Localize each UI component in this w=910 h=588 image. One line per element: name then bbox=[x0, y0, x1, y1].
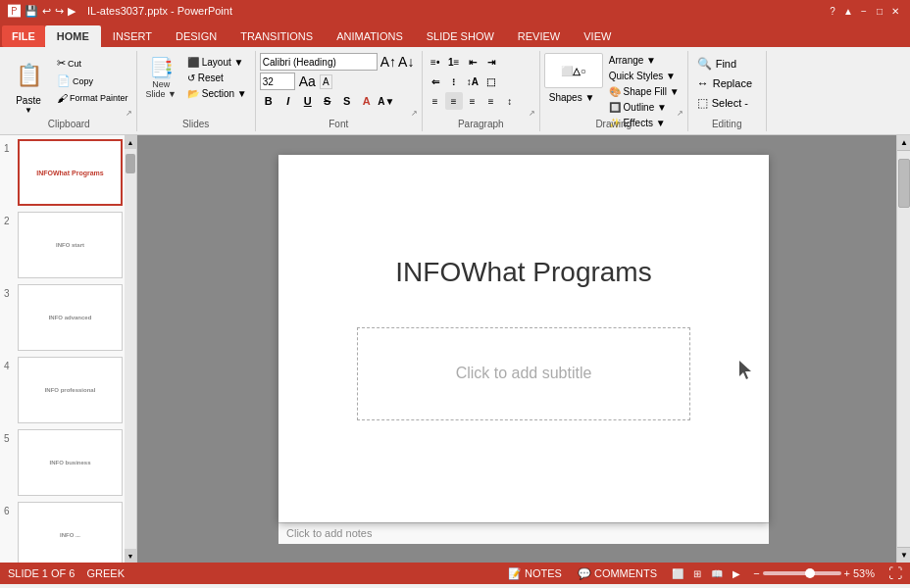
scroll-down-btn[interactable]: ▼ bbox=[897, 547, 910, 563]
text-direction-btn[interactable]: ↕A bbox=[464, 73, 481, 90]
quick-styles-button[interactable]: Quick Styles ▼ bbox=[605, 69, 683, 83]
font-color-btn[interactable]: A bbox=[358, 92, 376, 110]
font-size-select[interactable] bbox=[260, 73, 295, 90]
help-btn[interactable]: ? bbox=[826, 4, 839, 18]
tab-design[interactable]: DESIGN bbox=[164, 25, 228, 47]
zoom-in-btn[interactable]: + bbox=[844, 567, 850, 579]
panel-scrollbar[interactable]: ▲ ▼ bbox=[125, 135, 136, 563]
shape-outline-btn[interactable]: 🔲 Outline ▼ bbox=[605, 100, 683, 115]
maximize-btn[interactable]: □ bbox=[873, 4, 886, 18]
bullets-btn[interactable]: ≡• bbox=[427, 53, 444, 71]
highlight-btn[interactable]: A▼ bbox=[378, 92, 395, 110]
slide-item-3[interactable]: 3 INFO advanced bbox=[4, 284, 123, 351]
italic-btn[interactable]: I bbox=[279, 92, 297, 110]
tab-home[interactable]: HOME bbox=[45, 25, 101, 47]
cut-button[interactable]: ✂Cut bbox=[53, 55, 132, 72]
panel-scroll-up[interactable]: ▲ bbox=[125, 135, 136, 149]
align-center-btn[interactable]: ≡ bbox=[445, 92, 463, 110]
slide-thumb-2[interactable]: INFO start bbox=[18, 212, 123, 278]
zoom-percent[interactable]: 53% bbox=[853, 567, 881, 579]
tab-insert[interactable]: INSERT bbox=[101, 25, 164, 47]
slideshow-btn[interactable]: ▶ bbox=[728, 564, 745, 582]
quick-access-pres[interactable]: ▶ bbox=[68, 5, 76, 18]
tab-review[interactable]: REVIEW bbox=[506, 25, 572, 47]
quick-access-redo[interactable]: ↪ bbox=[55, 5, 64, 18]
columns-btn[interactable]: ⫶ bbox=[445, 73, 463, 90]
minimize-btn[interactable]: − bbox=[857, 4, 871, 18]
slide-thumb-6[interactable]: INFO ... bbox=[18, 502, 123, 563]
slide-title[interactable]: INFOWhat Programs bbox=[395, 257, 651, 288]
clipboard-expand[interactable]: ↗ bbox=[125, 108, 134, 118]
quick-access-undo[interactable]: ↩ bbox=[42, 5, 51, 18]
tab-file[interactable]: FILE bbox=[2, 25, 45, 47]
shapes-palette[interactable]: ⬜△○ bbox=[544, 53, 603, 88]
replace-button[interactable]: ↔ Replace bbox=[692, 74, 762, 92]
shape-fill-btn[interactable]: 🎨 Shape Fill ▼ bbox=[605, 84, 683, 99]
shapes-button[interactable]: Shapes ▼ bbox=[544, 89, 600, 106]
slide-item-2[interactable]: 2 INFO start bbox=[4, 212, 123, 278]
slide-thumb-5[interactable]: INFO business bbox=[18, 429, 123, 496]
quick-access-save[interactable]: 💾 bbox=[25, 5, 38, 18]
tab-animations[interactable]: ANIMATIONS bbox=[325, 25, 415, 47]
numbering-btn[interactable]: 1≡ bbox=[445, 53, 463, 71]
shrink-font-btn[interactable]: A↓ bbox=[398, 54, 414, 70]
clear-format-btn[interactable]: Aa bbox=[299, 74, 316, 89]
find-button[interactable]: 🔍 Find bbox=[692, 55, 762, 73]
increase-indent-btn[interactable]: ⇥ bbox=[482, 53, 500, 71]
canvas-scrollbar[interactable]: ▲ ▼ bbox=[896, 135, 910, 563]
select-button[interactable]: ⬚ Select - bbox=[692, 94, 762, 112]
slide-item-4[interactable]: 4 INFO professional bbox=[4, 357, 123, 423]
comments-btn[interactable]: 💬 COMMENTS bbox=[574, 566, 661, 581]
align-right-btn[interactable]: ≡ bbox=[464, 92, 481, 110]
panel-scroll-down[interactable]: ▼ bbox=[125, 549, 136, 563]
paragraph-expand[interactable]: ↗ bbox=[528, 108, 537, 118]
line-spacing-btn[interactable]: ↕ bbox=[501, 92, 519, 110]
section-button[interactable]: 📂 Section ▼ bbox=[183, 86, 251, 101]
notes-icon: 📝 bbox=[508, 567, 522, 580]
copy-button[interactable]: 📄Copy bbox=[53, 73, 132, 89]
slide-thumb-3[interactable]: INFO advanced bbox=[18, 284, 123, 351]
format-painter-button[interactable]: 🖌Format Painter bbox=[53, 90, 132, 106]
slide-item-6[interactable]: 6 INFO ... bbox=[4, 502, 123, 563]
reset-button[interactable]: ↺ Reset bbox=[183, 71, 251, 85]
align-left-btn[interactable]: ≡ bbox=[427, 92, 444, 110]
slide-item-1[interactable]: 1 INFOWhat Programs bbox=[4, 139, 123, 206]
tab-transitions[interactable]: TRANSITIONS bbox=[228, 25, 325, 47]
underline-btn[interactable]: U bbox=[299, 92, 317, 110]
justify-btn[interactable]: ≡ bbox=[482, 92, 500, 110]
notes-bar[interactable]: Click to add notes bbox=[278, 522, 769, 544]
font-family-select[interactable] bbox=[260, 53, 378, 71]
char-spacing-btn[interactable]: A bbox=[320, 74, 332, 89]
slide-sorter-btn[interactable]: ⊞ bbox=[688, 564, 706, 582]
slide-item-5[interactable]: 5 INFO business bbox=[4, 429, 123, 496]
decrease-indent-btn[interactable]: ⇤ bbox=[464, 53, 481, 71]
notes-btn[interactable]: 📝 NOTES bbox=[504, 566, 566, 581]
drawing-expand[interactable]: ↗ bbox=[676, 108, 685, 118]
tab-view[interactable]: VIEW bbox=[572, 25, 623, 47]
subtitle-textbox[interactable]: Click to add subtitle bbox=[357, 327, 690, 420]
slide-number-5: 5 bbox=[4, 433, 14, 444]
close-btn[interactable]: ✕ bbox=[888, 4, 902, 18]
zoom-slider-thumb bbox=[805, 568, 815, 578]
bold-btn[interactable]: B bbox=[260, 92, 278, 110]
rtl-btn[interactable]: ⇐ bbox=[427, 73, 444, 90]
fit-slide-btn[interactable]: ⛶ bbox=[888, 565, 902, 581]
new-slide-button[interactable]: 📑 New Slide ▼ bbox=[141, 53, 181, 102]
font-expand[interactable]: ↗ bbox=[410, 108, 420, 118]
slide-thumb-4[interactable]: INFO professional bbox=[18, 357, 123, 423]
scroll-up-btn[interactable]: ▲ bbox=[897, 135, 910, 151]
slide-thumb-1[interactable]: INFOWhat Programs bbox=[18, 139, 123, 206]
zoom-slider[interactable] bbox=[763, 571, 841, 575]
tab-slideshow[interactable]: SLIDE SHOW bbox=[415, 25, 506, 47]
strikethrough-btn[interactable]: S bbox=[319, 92, 336, 110]
zoom-out-btn[interactable]: − bbox=[753, 567, 759, 579]
grow-font-btn[interactable]: A↑ bbox=[380, 54, 396, 70]
normal-view-btn[interactable]: ⬜ bbox=[669, 564, 686, 582]
slide-number-4: 4 bbox=[4, 361, 14, 371]
layout-button[interactable]: ⬛ Layout ▼ bbox=[183, 55, 251, 70]
ribbon-collapse-btn[interactable]: ▲ bbox=[841, 4, 855, 18]
smart-art-btn[interactable]: ⬚ bbox=[482, 73, 500, 90]
reading-view-btn[interactable]: 📖 bbox=[708, 564, 726, 582]
text-shadow-btn[interactable]: S bbox=[338, 92, 356, 110]
arrange-button[interactable]: Arrange ▼ bbox=[605, 53, 683, 68]
